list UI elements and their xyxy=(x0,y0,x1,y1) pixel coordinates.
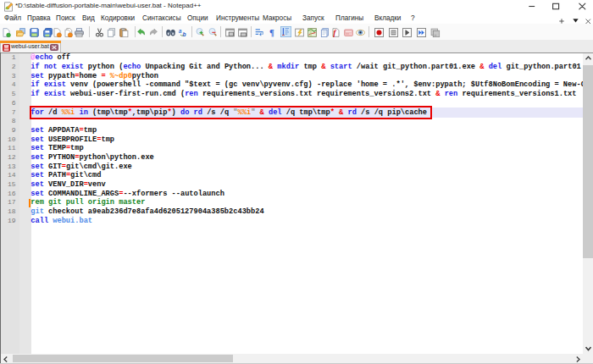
svg-text:a: a xyxy=(178,27,181,33)
svg-text:b: b xyxy=(182,31,186,37)
svg-text:¶: ¶ xyxy=(269,28,274,37)
